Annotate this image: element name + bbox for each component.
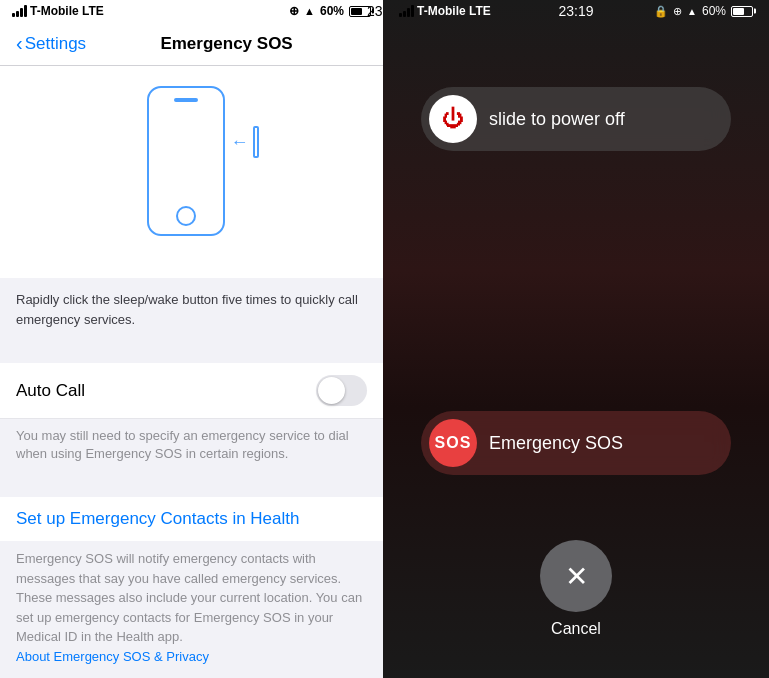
power-off-label: slide to power off <box>489 109 723 130</box>
health-link[interactable]: Set up Emergency Contacts in Health <box>16 509 299 528</box>
nav-bar-left: ‹ Settings Emergency SOS <box>0 22 383 66</box>
slides-container: ⏻ slide to power off SOS Emergency SOS <box>383 22 769 540</box>
lock-icon: 🔒 <box>654 5 668 18</box>
phone-speaker <box>174 98 198 102</box>
sos-label: Emergency SOS <box>489 433 723 454</box>
contacts-desc-text: Emergency SOS will notify emergency cont… <box>16 551 362 644</box>
sos-icon-text: SOS <box>435 434 472 452</box>
cancel-label: Cancel <box>551 620 601 638</box>
power-icon: ⏻ <box>442 106 464 132</box>
signal-bars-left <box>12 5 27 17</box>
privacy-link[interactable]: About Emergency SOS & Privacy <box>16 649 209 664</box>
sos-icon-circle: SOS <box>429 419 477 467</box>
signal-bars-right <box>399 5 414 17</box>
illustration-section: ← <box>0 66 383 278</box>
phone-illustration: ← <box>147 86 237 246</box>
wifi-icon-left: ⊕ <box>289 4 299 18</box>
carrier-left: T-Mobile LTE <box>12 4 104 18</box>
right-panel: T-Mobile LTE 23:19 🔒 ⊕ ▲ 60% ⏻ slide to … <box>383 0 769 678</box>
wifi-icon-right: ⊕ <box>673 5 682 18</box>
battery-fill-left <box>351 8 362 15</box>
battery-fill-right <box>733 8 744 15</box>
arrow-left-icon: ← <box>231 132 249 153</box>
chevron-left-icon: ‹ <box>16 32 23 55</box>
battery-icon-left <box>349 6 371 17</box>
power-off-slide[interactable]: ⏻ slide to power off <box>421 87 731 151</box>
auto-call-row: Auto Call <box>0 363 383 419</box>
page-title: Emergency SOS <box>86 34 367 54</box>
contacts-description: Emergency SOS will notify emergency cont… <box>0 541 383 670</box>
status-right-right: 🔒 ⊕ ▲ 60% <box>654 4 753 18</box>
cancel-button[interactable]: ✕ <box>540 540 612 612</box>
battery-icon-right <box>731 6 753 17</box>
location-icon-left: ▲ <box>304 5 315 17</box>
x-icon: ✕ <box>565 560 588 593</box>
status-bar-left: T-Mobile LTE 23:20 ⊕ ▲ 60% <box>0 0 383 22</box>
battery-pct-left: 60% <box>320 4 344 18</box>
phone-home-button <box>176 206 196 226</box>
time-right: 23:19 <box>558 3 593 19</box>
cancel-section: ✕ Cancel <box>383 540 769 638</box>
carrier-text-right: T-Mobile LTE <box>417 4 491 18</box>
carrier-right: T-Mobile LTE <box>399 4 491 18</box>
side-button-indicator: ← <box>231 126 259 158</box>
location-icon-right: ▲ <box>687 6 697 17</box>
auto-call-note: You may still need to specify an emergen… <box>0 419 383 475</box>
left-panel: T-Mobile LTE 23:20 ⊕ ▲ 60% ‹ Settings Em… <box>0 0 383 678</box>
emergency-sos-slide[interactable]: SOS Emergency SOS <box>421 411 731 475</box>
health-link-section: Set up Emergency Contacts in Health <box>0 497 383 541</box>
battery-pct-right: 60% <box>702 4 726 18</box>
auto-call-toggle[interactable] <box>316 375 367 406</box>
description-text: Rapidly click the sleep/wake button five… <box>0 278 383 341</box>
toggle-thumb <box>318 377 345 404</box>
carrier-text-left: T-Mobile LTE <box>30 4 104 18</box>
auto-call-section: Auto Call <box>0 363 383 419</box>
side-button <box>253 126 259 158</box>
phone-body <box>147 86 225 236</box>
back-label[interactable]: Settings <box>25 34 86 54</box>
status-bar-right: T-Mobile LTE 23:19 🔒 ⊕ ▲ 60% <box>383 0 769 22</box>
content-area: ← Rapidly click the sleep/wake button fi… <box>0 66 383 678</box>
back-button[interactable]: ‹ Settings <box>16 32 86 55</box>
status-right-left: ⊕ ▲ 60% <box>289 4 371 18</box>
auto-call-label: Auto Call <box>16 381 85 401</box>
phone-illustration-container: ← <box>0 66 383 278</box>
power-icon-circle: ⏻ <box>429 95 477 143</box>
